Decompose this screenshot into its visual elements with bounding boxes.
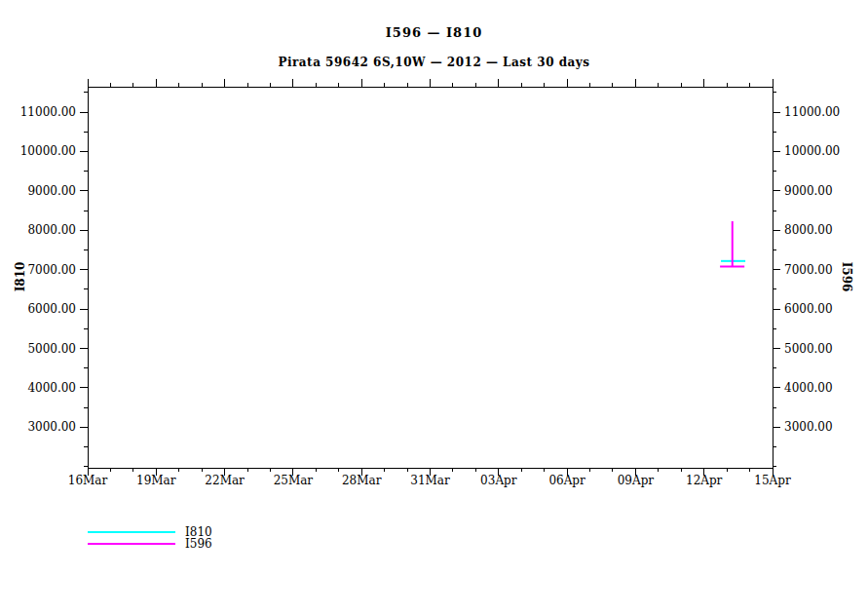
legend-row: I596: [88, 538, 321, 551]
y-axis-tick-label-right: 4000.00: [784, 381, 852, 395]
plot-canvas: [78, 77, 782, 478]
plot-border: [88, 87, 773, 468]
legend-line-swatch: [88, 543, 175, 545]
x-axis-tick-label: 22Mar: [194, 474, 256, 487]
x-axis-tick-label: 19Mar: [125, 474, 187, 487]
legend-line-swatch: [88, 531, 175, 533]
x-axis-tick-label: 25Mar: [262, 474, 324, 487]
y-axis-tick-label-right: 6000.00: [784, 302, 852, 316]
y-axis-tick-label-left: 3000.00: [8, 420, 76, 434]
y-axis-tick-label-right: 9000.00: [784, 184, 852, 198]
y-axis-tick-label-left: 7000.00: [8, 263, 76, 277]
y-axis-tick-label-left: 4000.00: [8, 381, 76, 395]
y-axis-tick-label-right: 5000.00: [784, 342, 852, 356]
y-axis-tick-label-left: 9000.00: [8, 184, 76, 198]
y-axis-tick-label-left: 10000.00: [8, 144, 76, 158]
y-axis-tick-label-right: 11000.00: [784, 105, 852, 119]
x-axis-tick-label: 12Apr: [673, 474, 736, 487]
x-axis-tick-label: 16Mar: [57, 474, 119, 487]
plot-area: [88, 87, 773, 468]
y-axis-tick-label-left: 6000.00: [8, 302, 76, 316]
x-axis-tick-label: 06Apr: [536, 474, 598, 487]
y-axis-tick-label-right: 8000.00: [784, 223, 852, 237]
x-axis-tick-label: 31Mar: [399, 474, 462, 487]
chart-subtitle: Pirata 59642 6S,10W — 2012 — Last 30 day…: [0, 56, 868, 69]
y-axis-tick-label-right: 10000.00: [784, 144, 852, 158]
legend-label: I596: [185, 538, 212, 551]
x-axis-tick-label: 09Apr: [604, 474, 666, 487]
chart-title: I596 — I810: [0, 25, 868, 40]
x-axis-tick-label: 28Mar: [330, 474, 393, 487]
x-axis-tick-label: 03Apr: [468, 474, 530, 487]
page-root: I596 — I810 Pirata 59642 6S,10W — 2012 —…: [0, 0, 868, 614]
y-axis-tick-label-right: 7000.00: [784, 263, 852, 277]
y-axis-tick-label-left: 5000.00: [8, 342, 76, 356]
y-axis-tick-label-left: 8000.00: [8, 223, 76, 237]
y-axis-tick-label-left: 11000.00: [8, 105, 76, 119]
y-axis-tick-label-right: 3000.00: [784, 420, 852, 434]
x-axis-tick-label: 15Apr: [741, 474, 804, 487]
